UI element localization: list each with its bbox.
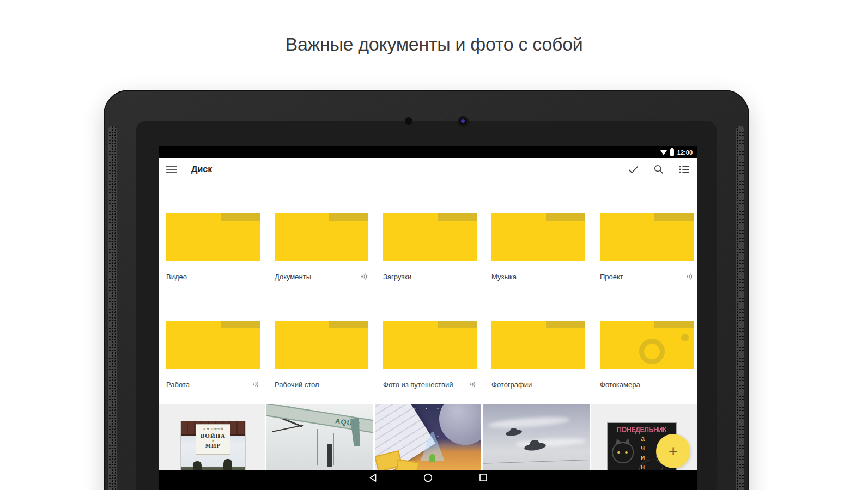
folder-label: Работа: [166, 381, 190, 389]
view-list-icon[interactable]: [679, 164, 690, 175]
folder-music[interactable]: [491, 213, 585, 261]
search-icon[interactable]: [653, 164, 664, 175]
folder-label: Фотокамера: [600, 381, 640, 389]
folder-cell: Фотокамера: [600, 321, 694, 389]
speaker-grille-right: [736, 126, 744, 490]
app-toolbar: Диск: [159, 158, 697, 181]
offline-icon: [686, 273, 694, 280]
folder-travel-photos[interactable]: [383, 321, 477, 369]
folder-label: Загрузки: [383, 273, 411, 281]
folder-cell: Фотографии: [491, 321, 585, 389]
folder-documents[interactable]: [275, 213, 368, 261]
folder-label: Музыка: [491, 273, 517, 281]
folder-cell: Фото из путешествий: [383, 321, 477, 389]
alien-shape: [429, 454, 435, 462]
offline-icon: [252, 381, 260, 388]
recents-icon[interactable]: [478, 473, 488, 482]
folder-downloads[interactable]: [383, 213, 477, 261]
offline-icon: [469, 381, 477, 388]
android-nav-bar: [159, 470, 697, 490]
folder-label: Видео: [166, 273, 187, 281]
folder-label: Документы: [275, 273, 311, 281]
folder-label: Рабочий стол: [275, 381, 319, 389]
book-title-3: МИР: [196, 442, 230, 449]
thumbnail-flying-saucers-photo[interactable]: [483, 404, 589, 470]
status-bar: 12:00: [159, 146, 697, 158]
camera-lens-icon: [639, 339, 665, 364]
folder-work[interactable]: [166, 321, 260, 369]
thumbnail-pier-photo[interactable]: AQUIS: [266, 404, 373, 470]
saucer-shape: [506, 428, 523, 437]
folder-camera[interactable]: [600, 321, 694, 369]
speaker-grille-left: [108, 126, 117, 490]
file-thumbnails-row: Л.Н.Толстой ВОЙНА и МИР AQUIS: [159, 404, 697, 470]
folder-cell: Музыка: [491, 213, 585, 281]
folder-cell: Работа: [166, 321, 260, 389]
tablet-frame: 12:00 Диск: [104, 90, 749, 490]
folder-label: Фото из путешествий: [383, 381, 453, 389]
folder-label: Проект: [600, 273, 623, 281]
book-cover: Л.Н.Толстой ВОЙНА и МИР: [181, 421, 245, 470]
folder-label: Фотографии: [491, 381, 532, 389]
folder-video[interactable]: [166, 213, 260, 261]
front-camera-icon: [458, 116, 469, 127]
thumbnail-cartoon-ufo[interactable]: [375, 404, 481, 470]
poster-title: ПОНЕДЕЛЬНИК: [608, 425, 676, 434]
add-fab-button[interactable]: +: [656, 434, 690, 468]
home-icon[interactable]: [423, 473, 433, 482]
tablet-screen: 12:00 Диск: [159, 146, 697, 490]
folder-project[interactable]: [600, 213, 694, 261]
battery-icon: [670, 149, 674, 156]
folder-cell: Рабочий стол: [275, 321, 368, 389]
offline-icon: [361, 273, 368, 280]
back-icon[interactable]: [368, 473, 378, 482]
folder-cell: Проект: [600, 213, 694, 281]
camera-flash-icon: [681, 334, 689, 341]
folder-cell: Документы: [275, 213, 368, 281]
status-time: 12:00: [677, 149, 693, 156]
folder-desktop[interactable]: [275, 321, 368, 369]
light-sensor-dot: [405, 117, 412, 125]
folder-photos[interactable]: [491, 321, 585, 369]
book-author: Л.Н.Толстой: [196, 427, 230, 431]
wifi-icon: [660, 150, 667, 155]
folder-cell: Видео: [166, 213, 260, 281]
folder-cell: Загрузки: [383, 213, 477, 281]
page-title: Важные документы и фото с собой: [0, 34, 868, 55]
select-done-icon[interactable]: [628, 164, 639, 175]
folder-grid: Видео Документы Загрузки Муз: [159, 182, 694, 389]
page: Важные документы и фото с собой 12:00 Ди…: [0, 0, 868, 490]
app-title: Диск: [191, 164, 212, 174]
hamburger-menu-icon[interactable]: [166, 166, 177, 173]
thumbnail-book-war-and-peace[interactable]: Л.Н.Толстой ВОЙНА и МИР: [159, 404, 265, 470]
